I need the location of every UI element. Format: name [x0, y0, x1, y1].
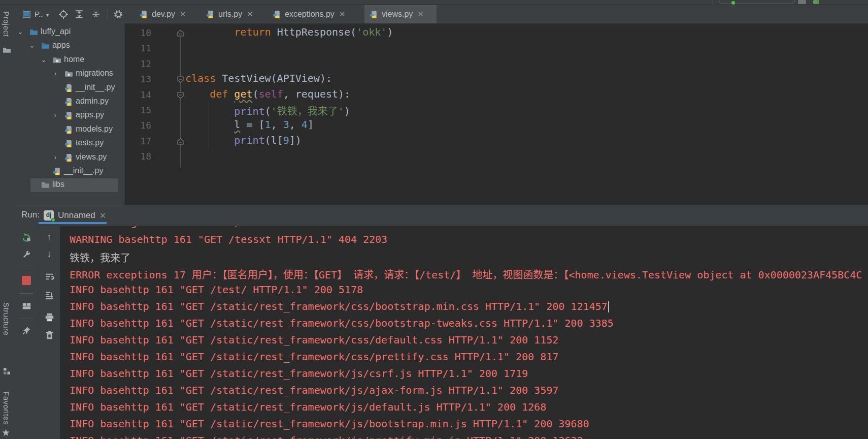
tool-stripe-button-project[interactable]: Project [2, 11, 12, 47]
wrench-icon[interactable] [21, 248, 32, 260]
close-icon[interactable]: ✕ [417, 10, 424, 19]
project-tree-panel: ⌄luffy_api⌄apps⌄home›migrations __init__… [14, 24, 125, 205]
console-line: INFO basehttp 161 "GET /static/rest_fram… [70, 434, 583, 439]
gutter-fold-line [180, 32, 181, 168]
keyword-token: def [210, 88, 234, 100]
down-icon[interactable]: ↓ [44, 248, 55, 260]
editor-tab-dev-py[interactable]: dev.py✕ [135, 5, 196, 23]
structure-icon [3, 367, 11, 375]
code-token: ) [387, 26, 393, 38]
project-panel-header: P.. ▼ [14, 5, 125, 24]
scroll-to-end-icon[interactable] [44, 290, 55, 301]
line-number: 12 [125, 58, 151, 69]
tree-item-initpy[interactable]: __init__.py [14, 165, 125, 178]
chevron-right-icon[interactable]: › [51, 153, 59, 162]
stop-icon[interactable] [22, 276, 31, 285]
console-line: INFO basehttp 161 "GET /static/rest_fram… [70, 317, 614, 330]
line-number: 10 [125, 27, 151, 38]
code-token: 9 [283, 134, 289, 146]
close-icon[interactable]: ✕ [99, 211, 106, 221]
tree-item-modelspy[interactable]: models.py [14, 123, 125, 137]
code-line: print(l[9]) [185, 134, 302, 146]
soft-wrap-icon[interactable] [44, 271, 55, 282]
close-icon[interactable]: ✕ [339, 10, 346, 19]
gear-icon[interactable] [114, 10, 123, 19]
project-selector[interactable]: P.. ▼ [35, 10, 55, 20]
code-line: class TestView(APIView): [185, 72, 332, 84]
tree-item-migrations[interactable]: ›migrations [14, 67, 125, 81]
console-line: INFO basehttp 161 "GET /static/rest_fram… [70, 384, 558, 397]
tree-item-label: apps.py [76, 110, 104, 119]
expand-all-icon[interactable] [75, 10, 84, 19]
chevron-right-icon[interactable]: › [51, 70, 59, 78]
tree-item-viewspy[interactable]: › views.py [14, 151, 125, 165]
code-token: ]) [289, 134, 302, 146]
python-icon [64, 126, 73, 134]
code-editor[interactable]: 101112131415161718 return HttpResponse('… [125, 25, 868, 205]
fold-marker-down[interactable] [177, 91, 184, 99]
project-toolwindow-icon [3, 46, 11, 54]
fold-marker-down[interactable] [177, 76, 184, 83]
run-configuration-selector[interactable] [719, 0, 795, 4]
line-number: 14 [125, 89, 151, 100]
run-status-dot-icon [731, 1, 735, 5]
toolbar-divider [39, 226, 39, 439]
fold-marker-up[interactable] [177, 138, 184, 145]
code-token [185, 105, 234, 117]
close-icon[interactable]: ✕ [247, 10, 253, 19]
chevron-down-icon[interactable]: ⌄ [28, 42, 36, 50]
tree-item-label: models.py [76, 124, 113, 134]
chevron-right-icon[interactable]: › [51, 111, 59, 119]
text-caret [608, 301, 609, 312]
up-icon[interactable]: ↑ [44, 232, 55, 243]
project-window-icon[interactable] [22, 10, 31, 19]
code-token [185, 118, 234, 131]
folder-gray-icon [41, 181, 50, 190]
print-icon[interactable] [44, 311, 55, 323]
pin-icon[interactable] [21, 325, 32, 336]
tree-item-label: tests.py [76, 138, 104, 147]
python-icon [64, 84, 73, 92]
tree-item-adminpy[interactable]: admin.py [14, 95, 125, 109]
fold-marker-up[interactable] [177, 29, 184, 37]
keyword-token: return [234, 26, 277, 38]
code-line: print('铁铁，我来了') [185, 103, 350, 118]
project-selector-label: P.. [35, 10, 43, 18]
python-icon [64, 111, 73, 120]
chevron-down-icon[interactable]: ⌄ [16, 28, 24, 36]
tree-item-luffyapi[interactable]: ⌄luffy_api [14, 25, 125, 39]
code-token: , [271, 118, 283, 131]
editor-tab-views-py[interactable]: views.py✕ [364, 5, 437, 23]
star-icon: ★ [2, 427, 13, 438]
rerun-icon[interactable] [21, 232, 32, 243]
tree-item-libs[interactable]: libs [14, 178, 125, 192]
folder-blue-icon [41, 42, 50, 50]
editor-tab-exceptions-py[interactable]: exceptions.py✕ [268, 5, 360, 23]
trash-icon[interactable] [44, 329, 55, 340]
editor-tab-urls-py[interactable]: urls.py✕ [201, 5, 263, 23]
collapse-all-icon[interactable] [91, 10, 101, 19]
layout-icon[interactable] [21, 300, 32, 311]
toolbar-icon-partial[interactable] [798, 0, 806, 4]
tree-item-testspy[interactable]: tests.py [14, 137, 125, 150]
tree-item-initpy[interactable]: __init__.py [14, 81, 125, 95]
chevron-down-icon[interactable]: ⌄ [40, 56, 48, 64]
python-file-icon [370, 10, 378, 19]
locate-icon[interactable] [59, 10, 68, 19]
tree-item-label: apps [52, 41, 70, 50]
close-icon[interactable]: ✕ [180, 10, 186, 19]
console-line: INFO basehttp 161 "GET /test/ HTTP/1.1" … [70, 284, 363, 297]
tree-item-appspy[interactable]: › apps.py [14, 109, 125, 122]
code-token: ( [252, 88, 258, 100]
tree-item-home[interactable]: ⌄home [14, 53, 125, 67]
python-icon [64, 98, 73, 106]
run-icon-partial[interactable] [813, 0, 819, 4]
code-token: , request): [283, 88, 350, 100]
run-console-output[interactable]: WARNING log 221 Not Found: /tessxtWARNIN… [60, 226, 868, 439]
tool-stripe-button-structure[interactable]: Structure [2, 302, 12, 358]
tree-item-apps[interactable]: ⌄apps [14, 39, 125, 53]
code-token: get [234, 88, 252, 100]
string-token: '铁铁，我来了' [271, 105, 344, 117]
running-indicator-dot [51, 218, 55, 222]
python-icon [64, 139, 73, 148]
